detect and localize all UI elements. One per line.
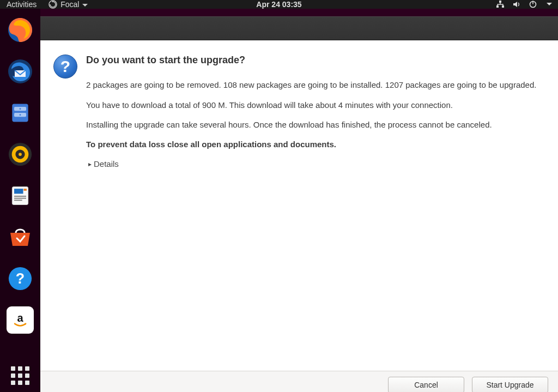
network-icon[interactable]: [496, 0, 505, 9]
dock-files[interactable]: [7, 99, 34, 126]
dock-help[interactable]: ?: [7, 265, 34, 292]
top-panel-right: [496, 0, 554, 9]
svg-rect-3: [502, 5, 504, 8]
details-label: Details: [94, 159, 119, 170]
svg-rect-5: [532, 1, 533, 4]
dock-firefox[interactable]: [7, 16, 34, 44]
dock-ubuntu-software[interactable]: [7, 224, 34, 251]
svg-rect-2: [496, 5, 499, 8]
top-panel: Activities Focal Apr 24 03:35: [0, 0, 558, 9]
svg-rect-21: [14, 198, 26, 199]
activities-button[interactable]: Activities: [4, 0, 39, 9]
dock-rhythmbox[interactable]: [7, 141, 34, 168]
svg-point-11: [20, 108, 21, 110]
svg-rect-1: [499, 1, 501, 3]
dock-amazon[interactable]: a: [7, 306, 34, 334]
svg-point-12: [20, 114, 21, 116]
app-menu-label: Focal: [60, 0, 79, 9]
dialog-download-summary: You have to download a total of 900 M. T…: [86, 100, 545, 111]
triangle-right-icon: ▸: [88, 160, 92, 168]
window-body: ? Do you want to start the upgrade? 2 pa…: [40, 40, 558, 392]
svg-text:a: a: [17, 312, 23, 324]
app-menu[interactable]: Focal: [48, 0, 88, 9]
svg-rect-20: [14, 196, 26, 197]
cancel-button[interactable]: Cancel: [388, 377, 464, 393]
power-icon[interactable]: [529, 0, 537, 9]
system-menu-chevron-icon[interactable]: [545, 0, 554, 9]
dock-libreoffice-writer[interactable]: [7, 182, 34, 209]
dialog-install-warning: Installing the upgrade can take several …: [86, 119, 545, 130]
volume-icon[interactable]: [512, 0, 521, 9]
dialog-button-bar: Cancel Start Upgrade: [40, 371, 558, 392]
dialog-data-loss-warning: To prevent data loss close all open appl…: [86, 139, 545, 150]
dock-thunderbird[interactable]: [7, 58, 34, 85]
dock: ? a: [0, 9, 40, 392]
software-updater-icon: [48, 0, 57, 9]
show-applications-button[interactable]: [7, 362, 34, 389]
main-area: ? a ? Do you want to start the upgrade?: [0, 9, 558, 392]
svg-text:?: ?: [16, 270, 25, 287]
window-titlebar[interactable]: [40, 16, 558, 40]
upgrade-window: ? Do you want to start the upgrade? 2 pa…: [40, 9, 558, 392]
details-expander[interactable]: ▸ Details: [88, 159, 545, 170]
svg-rect-19: [23, 189, 27, 191]
dialog-heading: Do you want to start the upgrade?: [86, 53, 545, 67]
svg-rect-22: [14, 200, 22, 201]
apps-grid-icon: [10, 366, 30, 385]
start-upgrade-button[interactable]: Start Upgrade: [472, 377, 548, 393]
svg-rect-18: [14, 189, 23, 194]
top-panel-left: Activities Focal: [4, 0, 88, 9]
dialog-packages-summary: 2 packages are going to be removed. 108 …: [86, 80, 545, 91]
clock[interactable]: Apr 24 03:35: [256, 0, 301, 9]
chevron-down-icon: [82, 0, 88, 9]
svg-point-16: [19, 153, 22, 156]
question-icon: ?: [53, 55, 77, 79]
dialog-content: ? Do you want to start the upgrade? 2 pa…: [40, 40, 558, 371]
